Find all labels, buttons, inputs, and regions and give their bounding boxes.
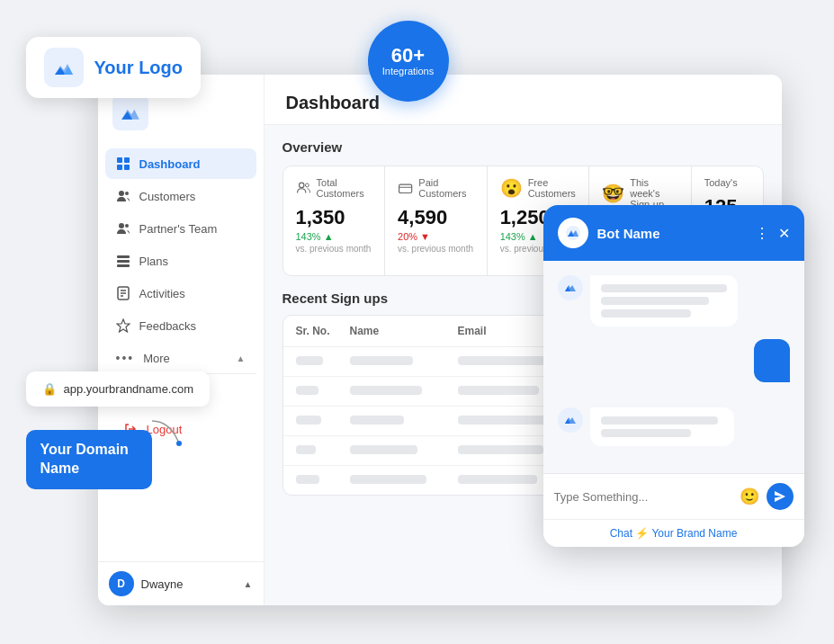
chat-message-left-1 xyxy=(558,275,790,326)
sidebar-logo-icon xyxy=(112,94,148,130)
chat-footer: 🙂 xyxy=(543,473,804,519)
integrations-bubble: 60+ Integrations xyxy=(368,21,449,102)
domain-url: app.yourbrandname.com xyxy=(64,382,194,396)
integrations-label: Integrations xyxy=(382,66,434,76)
sidebar-item-customers[interactable]: Customers xyxy=(105,181,256,211)
svg-rect-11 xyxy=(117,264,130,267)
svg-rect-10 xyxy=(117,260,130,263)
stat-free-label: Free Customers xyxy=(528,177,577,199)
stat-paid-change: 20% ▼ xyxy=(398,231,474,242)
user-name: Dwayne xyxy=(141,577,237,591)
svg-rect-2 xyxy=(124,157,130,163)
chat-message-left-2 xyxy=(558,407,790,446)
stat-today-label: Today's xyxy=(704,177,738,188)
svg-point-23 xyxy=(176,441,182,446)
stat-paid-value: 4,590 xyxy=(398,206,474,229)
sidebar-item-plans-label: Plans xyxy=(139,255,169,268)
sidebar-item-activities-label: Activities xyxy=(139,287,185,300)
sidebar-nav: Dashboard Customers Partner's Team Plans xyxy=(98,148,264,561)
stat-total-value: 1,350 xyxy=(296,206,372,229)
logo-text: Your Logo xyxy=(94,58,184,78)
sidebar-item-partners-label: Partner's Team xyxy=(139,222,218,236)
sidebar-item-activities[interactable]: Activities xyxy=(105,278,256,309)
overview-label: Overview xyxy=(282,139,764,155)
chat-send-button[interactable] xyxy=(767,483,794,510)
user-avatar-letter: D xyxy=(117,577,125,590)
sidebar-item-partners[interactable]: Partner's Team xyxy=(105,213,256,244)
emoji-picker-icon[interactable]: 🙂 xyxy=(740,487,759,506)
logo-icon xyxy=(44,48,84,87)
sidebar-item-dashboard[interactable]: Dashboard xyxy=(105,148,256,179)
svg-rect-20 xyxy=(399,184,412,192)
th-sr: Sr. No. xyxy=(296,325,350,337)
chat-bot-avatar xyxy=(558,218,588,248)
svg-rect-3 xyxy=(117,165,122,170)
sidebar: Dashboard Customers Partner's Team Plans xyxy=(98,75,265,605)
emoji-surprised-icon: 😮 xyxy=(500,177,523,199)
svg-rect-0 xyxy=(51,55,76,80)
stat-total-sub: vs. previous month xyxy=(296,244,372,254)
sidebar-item-feedbacks-label: Feedbacks xyxy=(139,319,197,333)
chat-bot-name: Bot Name xyxy=(597,226,746,241)
stat-total-customers: Total Customers 1,350 143% ▲ vs. previou… xyxy=(283,166,386,275)
sidebar-more-label: More xyxy=(143,352,170,365)
chat-body xyxy=(543,261,804,473)
chat-header-actions: ⋮ ✕ xyxy=(755,225,790,242)
svg-point-19 xyxy=(305,183,309,187)
user-row[interactable]: D Dwayne ▲ xyxy=(98,561,264,605)
integrations-count: 60+ xyxy=(391,46,425,66)
chat-widget: Bot Name ⋮ ✕ xyxy=(543,205,804,547)
user-avatar: D xyxy=(109,571,134,596)
chat-header: Bot Name ⋮ ✕ xyxy=(543,205,804,261)
svg-point-7 xyxy=(119,223,124,228)
svg-point-5 xyxy=(119,191,124,196)
sidebar-item-more[interactable]: ••• More ▲ xyxy=(105,343,256,373)
svg-rect-4 xyxy=(124,165,130,170)
chat-bubble-1 xyxy=(590,275,738,326)
stat-total-change: 143% ▲ xyxy=(296,231,372,242)
svg-point-8 xyxy=(125,224,129,228)
svg-point-18 xyxy=(299,183,303,187)
chat-bubble-2 xyxy=(590,407,734,446)
chat-close-icon[interactable]: ✕ xyxy=(778,225,790,242)
chevron-up-icon: ▲ xyxy=(244,579,253,589)
sidebar-item-plans[interactable]: Plans xyxy=(105,246,256,276)
chat-msg-avatar xyxy=(558,275,583,300)
chat-branding-link[interactable]: Chat ⚡ Your Brand Name xyxy=(610,527,738,540)
stat-paid-label: Paid Customers xyxy=(418,177,473,199)
logo-card: Your Logo xyxy=(26,37,202,98)
sidebar-item-feedbacks[interactable]: Feedbacks xyxy=(105,310,256,341)
page-title: Dashboard xyxy=(286,93,380,112)
svg-marker-16 xyxy=(117,319,130,332)
svg-point-22 xyxy=(566,226,580,240)
sidebar-item-customers-label: Customers xyxy=(139,190,196,203)
chat-bubble-right xyxy=(754,339,790,382)
lock-icon: 🔒 xyxy=(42,382,57,396)
svg-point-6 xyxy=(125,192,129,195)
stat-paid-customers: Paid Customers 4,590 20% ▼ vs. previous … xyxy=(385,166,488,275)
domain-name-label: Your Domain Name xyxy=(26,430,152,489)
stat-paid-sub: vs. previous month xyxy=(398,244,474,254)
chat-input[interactable] xyxy=(554,490,732,504)
emoji-happy-icon: 🤓 xyxy=(602,183,624,204)
main-header: Dashboard xyxy=(265,75,782,125)
domain-card: 🔒 app.yourbrandname.com xyxy=(26,371,211,407)
sidebar-item-dashboard-label: Dashboard xyxy=(139,157,201,171)
chat-options-icon[interactable]: ⋮ xyxy=(755,225,769,242)
chat-branding: Chat ⚡ Your Brand Name xyxy=(543,519,804,547)
th-name: Name xyxy=(350,325,458,337)
stat-total-label: Total Customers xyxy=(317,177,372,199)
domain-name-text: Your Domain Name xyxy=(40,442,129,476)
chat-msg-avatar-2 xyxy=(558,407,583,433)
svg-rect-9 xyxy=(117,255,130,258)
chat-message-right xyxy=(558,339,790,395)
svg-rect-1 xyxy=(117,157,122,163)
